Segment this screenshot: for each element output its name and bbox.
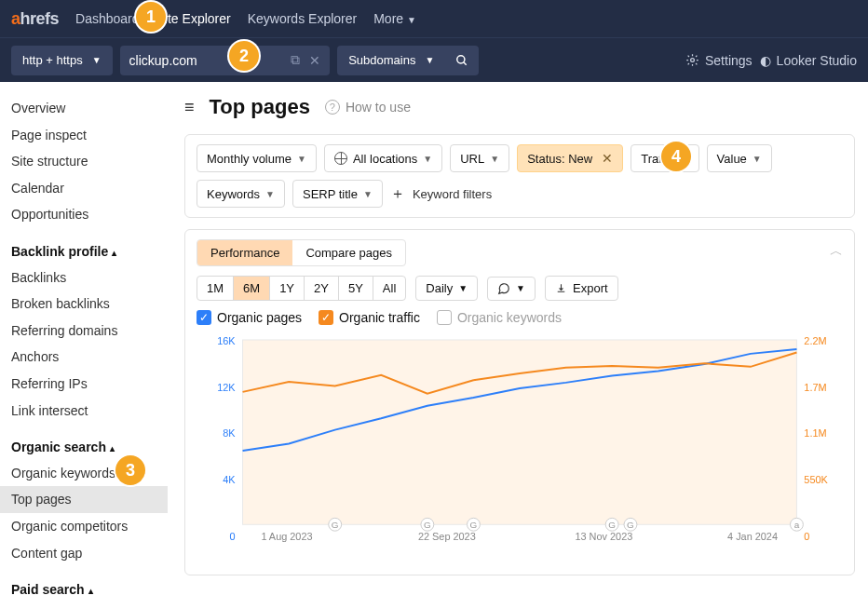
export-button[interactable]: Export xyxy=(545,276,618,301)
svg-text:G: G xyxy=(332,520,339,530)
sidebar-item-site-structure[interactable]: Site structure xyxy=(11,148,168,175)
sidebar-head-paid[interactable]: Paid search▴ xyxy=(11,577,168,602)
svg-text:a: a xyxy=(794,520,800,530)
add-keyword-filters[interactable]: ＋Keyword filters xyxy=(390,184,492,204)
range-all[interactable]: All xyxy=(373,277,405,300)
checkbox-unchecked-icon[interactable] xyxy=(437,310,452,325)
svg-text:4K: 4K xyxy=(223,474,236,485)
filters-card: Monthly volume▼ All locations▼ URL▼ Stat… xyxy=(184,134,855,218)
legend-organic-traffic[interactable]: ✓Organic traffic xyxy=(319,310,420,325)
sidebar-item-link-intersect[interactable]: Link intersect xyxy=(11,398,168,425)
protocol-dropdown[interactable]: http + https▼ xyxy=(11,46,113,75)
chevron-down-icon: ▼ xyxy=(92,55,102,65)
how-to-use-link[interactable]: ? How to use xyxy=(325,100,411,115)
sidebar-item-organic-competitors[interactable]: Organic competitors xyxy=(11,513,168,540)
nav-keywords-explorer[interactable]: Keywords Explorer xyxy=(248,11,358,26)
sidebar-head-backlink[interactable]: Backlink profile▴ xyxy=(11,239,168,264)
step-badge-1: 1 xyxy=(136,2,166,32)
legend-organic-keywords[interactable]: Organic keywords xyxy=(437,310,562,325)
chevron-up-icon: ▴ xyxy=(88,586,93,596)
chat-icon xyxy=(497,282,510,295)
sidebar-item-anchors[interactable]: Anchors xyxy=(11,344,168,371)
chevron-down-icon: ▼ xyxy=(516,283,525,293)
filter-status-new[interactable]: Status: New✕ xyxy=(517,144,623,172)
svg-point-2 xyxy=(691,59,695,62)
sidebar-item-opportunities[interactable]: Opportunities xyxy=(11,201,168,228)
svg-text:1.7M: 1.7M xyxy=(804,382,826,393)
chart-card: ︿ Performance Compare pages 1M 6M 1Y 2Y … xyxy=(184,229,855,575)
search-button[interactable] xyxy=(445,46,479,75)
chevron-down-icon: ▼ xyxy=(407,15,416,25)
settings-link[interactable]: Settings xyxy=(685,53,753,68)
download-icon xyxy=(555,282,567,294)
sidebar-item-content-gap[interactable]: Content gap xyxy=(11,540,168,567)
chevron-down-icon: ▼ xyxy=(458,283,468,293)
checkbox-checked-icon[interactable]: ✓ xyxy=(319,310,333,325)
range-5y[interactable]: 5Y xyxy=(339,277,373,300)
plus-icon: ＋ xyxy=(390,184,405,204)
logo[interactable]: ahrefs xyxy=(11,9,59,29)
chevron-down-icon: ▼ xyxy=(753,154,762,164)
tab-performance[interactable]: Performance xyxy=(197,240,292,265)
nav-more[interactable]: More▼ xyxy=(373,11,416,26)
svg-text:16K: 16K xyxy=(217,335,236,346)
sidebar-item-top-pages[interactable]: Top pages xyxy=(0,486,168,513)
content: ≡ Top pages ? How to use 4 Monthly volum… xyxy=(168,82,868,609)
sidebar-item-referring-domains[interactable]: Referring domains xyxy=(11,318,168,345)
sidebar-item-referring-ips[interactable]: Referring IPs xyxy=(11,371,168,398)
sidebar-item-broken-backlinks[interactable]: Broken backlinks xyxy=(11,291,168,318)
clear-icon[interactable]: ✕ xyxy=(309,53,320,68)
nav-dashboard[interactable]: Dashboard xyxy=(75,11,140,26)
range-6m[interactable]: 6M xyxy=(234,277,270,300)
svg-text:G: G xyxy=(627,520,634,530)
globe-icon xyxy=(334,152,347,165)
svg-text:0: 0 xyxy=(804,531,809,542)
svg-text:G: G xyxy=(470,520,478,530)
sidebar-head-organic[interactable]: Organic search▴ xyxy=(11,435,168,460)
looker-link[interactable]: ◐ Looker Studio xyxy=(760,53,857,68)
filter-serp-title[interactable]: SERP title▼ xyxy=(292,180,383,208)
page-title: Top pages xyxy=(210,95,310,119)
mode-dropdown[interactable]: Subdomains▼ xyxy=(337,46,445,75)
url-input[interactable]: clickup.com ⧉ ✕ xyxy=(120,46,331,75)
filter-all-locations[interactable]: All locations▼ xyxy=(324,144,442,172)
chevron-down-icon: ▼ xyxy=(423,154,432,164)
filter-url[interactable]: URL▼ xyxy=(450,144,509,172)
sidebar-item-paid-keywords[interactable]: Paid keywords xyxy=(11,602,168,609)
svg-text:12K: 12K xyxy=(217,382,236,393)
chevron-up-icon: ▴ xyxy=(112,248,116,258)
search-icon xyxy=(455,54,468,67)
sidebar-item-page-inspect[interactable]: Page inspect xyxy=(11,122,168,149)
open-external-icon[interactable]: ⧉ xyxy=(291,52,300,68)
sidebar-item-overview[interactable]: Overview xyxy=(11,95,168,122)
sidebar-item-calendar[interactable]: Calendar xyxy=(11,175,168,202)
svg-text:22 Sep 2023: 22 Sep 2023 xyxy=(418,531,476,542)
help-icon: ? xyxy=(325,100,340,115)
svg-text:1.1M: 1.1M xyxy=(804,427,826,439)
range-1y[interactable]: 1Y xyxy=(270,277,305,300)
annotations-button[interactable]: ▼ xyxy=(487,277,536,301)
step-badge-4: 4 xyxy=(661,142,691,171)
svg-point-0 xyxy=(457,55,465,62)
sidebar-item-backlinks[interactable]: Backlinks xyxy=(11,264,168,291)
chevron-up-icon: ▴ xyxy=(110,443,115,453)
range-1m[interactable]: 1M xyxy=(197,277,234,300)
svg-text:0: 0 xyxy=(230,531,236,542)
range-2y[interactable]: 2Y xyxy=(305,277,339,300)
granularity-dropdown[interactable]: Daily▼ xyxy=(415,276,478,301)
chart: 16K 12K 8K 4K 0 2.2M 1.7M 1.1M 550K xyxy=(197,334,843,558)
top-nav: ahrefs Dashboard Site Explorer Keywords … xyxy=(0,0,868,37)
sidebar: Overview Page inspect Site structure Cal… xyxy=(0,82,168,609)
hamburger-icon[interactable]: ≡ xyxy=(184,98,195,117)
step-badge-2: 2 xyxy=(229,41,259,71)
tab-compare-pages[interactable]: Compare pages xyxy=(292,240,405,265)
filter-monthly-volume[interactable]: Monthly volume▼ xyxy=(197,144,317,172)
checkbox-checked-icon[interactable]: ✓ xyxy=(197,310,211,325)
legend-organic-pages[interactable]: ✓Organic pages xyxy=(197,310,302,325)
filter-keywords[interactable]: Keywords▼ xyxy=(197,180,285,208)
svg-text:4 Jan 2024: 4 Jan 2024 xyxy=(727,531,778,542)
close-icon[interactable]: ✕ xyxy=(602,151,613,166)
collapse-icon[interactable]: ︿ xyxy=(830,243,843,260)
filter-value[interactable]: Value▼ xyxy=(707,144,772,172)
nav-site-explorer[interactable]: Site Explorer xyxy=(156,11,231,26)
